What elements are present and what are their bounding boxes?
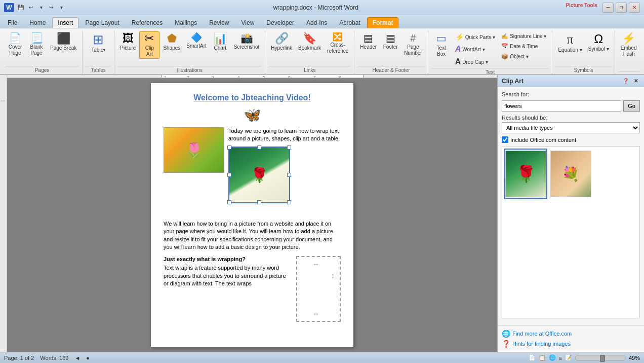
cross-reference-button[interactable]: 🔀 Cross-reference	[325, 31, 351, 56]
table-icon: ⊞	[93, 33, 104, 46]
view-web[interactable]: 🌐	[549, 354, 556, 361]
tab-file[interactable]: File	[2, 17, 23, 28]
clip-dropdown-1[interactable]: ▾	[543, 151, 545, 156]
redo-btn[interactable]: ↪	[47, 3, 56, 12]
hyperlink-button[interactable]: 🔗 Hyperlink	[268, 31, 295, 53]
document-area[interactable]: 1 2 3 4 5 6 7 8 Welcome to Jbteaching Vi…	[7, 75, 497, 352]
clip-item-1[interactable]: 🌹 ▾	[504, 149, 547, 199]
chart-label: Chart	[214, 45, 226, 51]
customize-btn[interactable]: ▾	[57, 3, 66, 12]
view-draft[interactable]: 📝	[565, 354, 572, 361]
office-content-checkbox[interactable]	[502, 136, 508, 143]
panel-title-icons: ❓ ✕	[622, 78, 640, 85]
tab-references[interactable]: References	[126, 17, 168, 28]
chart-button[interactable]: 📊 Chart	[210, 31, 230, 53]
cover-page-icon: 📄	[9, 33, 22, 43]
picture-label: Picture	[120, 45, 136, 51]
clip-art-button[interactable]: ✂ ClipArt	[139, 31, 159, 59]
tab-home[interactable]: Home	[24, 17, 51, 28]
date-time-button[interactable]: 📅 Date & Time	[499, 42, 549, 51]
left-ruler-toggle[interactable]: |	[0, 100, 5, 101]
symbol-button[interactable]: Ω Symbol ▾	[586, 31, 612, 54]
zoom-slider[interactable]	[575, 355, 626, 361]
tab-addins[interactable]: Add-Ins	[301, 17, 333, 28]
track-icon[interactable]: ●	[86, 355, 90, 361]
hints-link[interactable]: ❓ Hints for finding images	[502, 340, 640, 348]
clip-item-2[interactable]: 💐	[549, 149, 592, 199]
signature-line-button[interactable]: ✍ Signature Line ▾	[499, 31, 549, 41]
clip-image-2: 💐	[550, 151, 591, 197]
screenshot-label: Screenshot	[234, 44, 260, 50]
view-normal[interactable]: 📄	[529, 354, 536, 361]
tab-acrobat[interactable]: Acrobat	[334, 17, 366, 28]
drop-cap-label: Drop Cap ▾	[462, 59, 488, 65]
page-number-icon: #	[410, 33, 416, 43]
text-box-button[interactable]: ▭ TextBox	[431, 31, 452, 59]
panel-footer: 🌐 Find more at Office.com ❓ Hints for fi…	[498, 325, 644, 352]
blank-page-label: BlankPage	[30, 44, 43, 56]
status-right: 📄 📋 🌐 ≡ 📝 49%	[529, 354, 640, 361]
wordart-button[interactable]: A WordArt ▾	[453, 43, 498, 55]
panel-close-icon[interactable]: ✕	[632, 78, 640, 85]
results-dropdown[interactable]: All media file types	[502, 122, 640, 133]
bookmark-button[interactable]: 🔖 Bookmark	[296, 31, 324, 53]
table-button[interactable]: ⊞ Table ▾	[86, 31, 111, 55]
symbols-buttons: π Equation ▾ Ω Symbol ▾	[555, 30, 611, 66]
close-btn[interactable]: ✕	[629, 3, 640, 13]
tab-format[interactable]: Format	[367, 17, 399, 28]
undo-btn[interactable]: ↩	[26, 3, 35, 12]
clip-image-1: 🌹	[505, 151, 546, 197]
ribbon: 📄 CoverPage 📃 BlankPage ⬛ Page Break Pag…	[0, 28, 644, 75]
tab-view[interactable]: View	[236, 17, 260, 28]
title-bar-controls: Picture Tools ─ □ ✕	[566, 3, 640, 13]
screenshot-button[interactable]: 📸 Screenshot	[231, 31, 262, 52]
tab-developer[interactable]: Developer	[261, 17, 300, 28]
checkbox-label: Include Office.com content	[510, 137, 576, 143]
footer-button[interactable]: ▤ Footer	[380, 31, 400, 52]
wordart-icon: A	[455, 45, 461, 54]
maximize-btn[interactable]: □	[616, 3, 627, 13]
tab-page-layout[interactable]: Page Layout	[79, 17, 125, 28]
go-button[interactable]: Go	[623, 100, 640, 112]
quick-parts-button[interactable]: ⚡ Quick Parts ▾	[453, 31, 498, 43]
text-image-area: Today we are going to learn how to wrap …	[164, 127, 341, 251]
shapes-button[interactable]: ⬟ Shapes	[160, 31, 183, 53]
view-full[interactable]: 📋	[539, 354, 546, 361]
flash-group-label	[618, 71, 639, 74]
equation-button[interactable]: π Equation ▾	[555, 31, 584, 55]
page-number-button[interactable]: # PageNumber	[401, 31, 425, 58]
view-outline[interactable]: ≡	[559, 355, 562, 361]
results-grid: 🌹 ▾ 💐	[502, 146, 640, 318]
page-break-button[interactable]: ⬛ Page Break	[48, 31, 79, 53]
minimize-btn[interactable]: ─	[602, 3, 614, 13]
smartart-button[interactable]: 🔷 SmartArt	[184, 31, 209, 51]
content-area: 🌷 Today we are going to learn how to wra…	[164, 127, 341, 288]
nav-icon[interactable]: ◄	[74, 355, 80, 361]
cover-page-button[interactable]: 📄 CoverPage	[5, 31, 25, 58]
panel-help-icon[interactable]: ❓	[622, 78, 630, 85]
hints-icon: ❓	[502, 340, 510, 348]
drop-cap-icon: A	[455, 57, 461, 66]
undo-dropdown[interactable]: ▾	[36, 3, 46, 12]
tab-mailings[interactable]: Mailings	[169, 17, 203, 28]
tab-insert[interactable]: Insert	[52, 17, 78, 28]
save-btn[interactable]: 💾	[16, 3, 25, 12]
picture-button[interactable]: 🖼 Picture	[117, 31, 138, 53]
header-button[interactable]: ▤ Header	[357, 31, 379, 52]
roses-image[interactable]: 🌹	[228, 147, 290, 203]
page-info: Page: 1 of 2	[4, 355, 34, 361]
find-more-link[interactable]: 🌐 Find more at Office.com	[502, 330, 640, 338]
clip-art-panel: Clip Art ❓ ✕ Search for: Go Results shou…	[497, 75, 644, 352]
quick-access-toolbar: 💾 ↩ ▾ ↪ ▾	[16, 3, 66, 12]
wordart-label: WordArt ▾	[462, 47, 485, 52]
object-button[interactable]: 📦 Object ▾	[499, 52, 549, 61]
drop-cap-button[interactable]: A Drop Cap ▾	[453, 56, 498, 68]
blank-page-button[interactable]: 📃 BlankPage	[26, 31, 47, 58]
search-input[interactable]	[502, 100, 621, 112]
ribbon-group-illustrations: 🖼 Picture ✂ ClipArt ⬟ Shapes 🔷 SmartArt …	[114, 30, 265, 74]
embed-flash-button[interactable]: ⚡ EmbedFlash	[618, 31, 639, 59]
tab-review[interactable]: Review	[204, 17, 234, 28]
pages-group-label: Pages	[5, 66, 79, 74]
ribbon-group-tables: ⊞ Table ▾ Tables	[83, 30, 114, 74]
text-group-label: Text	[431, 68, 549, 75]
